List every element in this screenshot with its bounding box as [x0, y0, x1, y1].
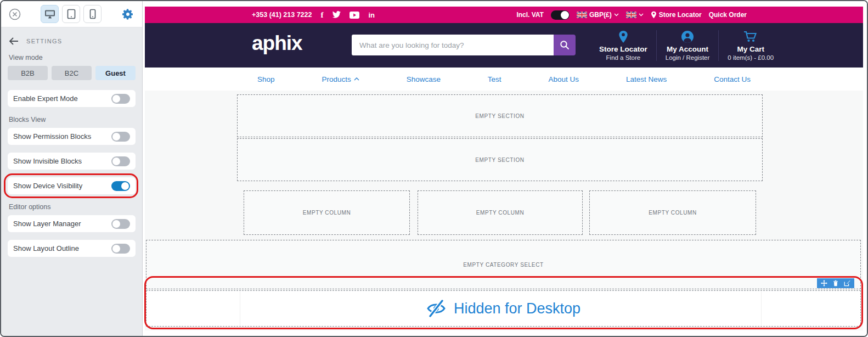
- gear-icon[interactable]: [121, 8, 134, 21]
- site-topbar: +353 (41) 213 7222 f in Incl. VAT GBP(£): [145, 7, 863, 23]
- language-selector[interactable]: [626, 12, 644, 18]
- sidebar-toolbar: [1, 1, 142, 27]
- phone-number[interactable]: +353 (41) 213 7222: [252, 11, 312, 19]
- settings-sidebar: SETTINGS View mode B2B B2C Guest Enable …: [1, 1, 143, 336]
- device-tablet-button[interactable]: [62, 5, 80, 23]
- settings-header: SETTINGS: [9, 37, 134, 45]
- incl-vat-label: Incl. VAT: [516, 11, 544, 19]
- nav-item-shop[interactable]: Shop: [257, 75, 275, 83]
- chevron-down-icon: [614, 13, 619, 16]
- aphix-logo[interactable]: aphix: [252, 32, 302, 55]
- empty-column-block[interactable]: EMPTY COLUMN: [589, 190, 756, 235]
- search-icon: [560, 40, 570, 50]
- page-builder-content: EMPTY SECTION EMPTY SECTION EMPTY COLUMN…: [145, 91, 863, 330]
- view-mode-b2b-button[interactable]: B2B: [8, 66, 48, 80]
- nav-item-showcase[interactable]: Showcase: [407, 75, 441, 83]
- layout-outline-label: Show Layout Outline: [13, 244, 79, 252]
- invisible-blocks-toggle[interactable]: [111, 156, 130, 166]
- back-arrow-icon[interactable]: [9, 37, 19, 45]
- expert-mode-row: Enable Expert Mode: [8, 90, 136, 107]
- expert-mode-label: Enable Expert Mode: [13, 94, 78, 103]
- map-pin-icon: [651, 11, 657, 19]
- close-icon[interactable]: [9, 8, 21, 20]
- site-preview-canvas: +353 (41) 213 7222 f in Incl. VAT GBP(£): [143, 1, 867, 336]
- my-cart-subtitle: 0 item(s) - £0.00: [728, 54, 774, 61]
- nav-item-latest-news[interactable]: Latest News: [626, 75, 667, 83]
- view-mode-label: View mode: [9, 54, 134, 61]
- empty-column-block[interactable]: EMPTY COLUMN: [418, 190, 583, 235]
- device-switcher: [41, 5, 102, 23]
- device-visibility-toggle[interactable]: [111, 181, 130, 191]
- topbar-contact-group: +353 (41) 213 7222 f in: [252, 7, 375, 23]
- tablet-icon: [67, 9, 76, 19]
- twitter-icon[interactable]: [332, 11, 341, 19]
- smartphone-icon: [89, 9, 96, 19]
- nav-item-contact-us[interactable]: Contact Us: [714, 75, 751, 83]
- blocks-view-section-label: Blocks View: [9, 116, 134, 123]
- store-locator-link-label: Store Locator: [659, 11, 702, 19]
- device-desktop-button[interactable]: [41, 5, 59, 23]
- search-input[interactable]: [352, 35, 554, 55]
- quick-order-label: Quick Order: [709, 11, 747, 19]
- hidden-for-desktop-label: Hidden for Desktop: [454, 300, 580, 317]
- view-mode-switcher: B2B B2C Guest: [8, 66, 136, 80]
- hidden-for-desktop-section: Hidden for Desktop: [145, 278, 862, 328]
- empty-section-block[interactable]: EMPTY SECTION: [237, 94, 763, 137]
- layer-manager-toggle[interactable]: [111, 219, 130, 229]
- search-button[interactable]: [554, 35, 576, 55]
- my-account-subtitle: Login / Register: [666, 54, 710, 61]
- uk-flag-icon: [577, 12, 587, 18]
- store-locator-subtitle: Find a Store: [599, 54, 647, 61]
- invisible-blocks-row: Show Invisible Blocks: [8, 153, 136, 170]
- invisible-blocks-label: Show Invisible Blocks: [13, 157, 82, 165]
- topbar-store-locator-link[interactable]: Store Locator: [651, 11, 702, 19]
- device-mobile-button[interactable]: [83, 5, 102, 23]
- topbar-utility-group: Incl. VAT GBP(£) Store: [516, 7, 747, 23]
- block-toolbar: [817, 278, 854, 288]
- site-header: aphix Store Locator Find a Store: [145, 23, 863, 68]
- layer-manager-label: Show Layer Manager: [13, 220, 81, 228]
- nav-item-test[interactable]: Test: [488, 75, 501, 83]
- linkedin-icon[interactable]: in: [368, 11, 375, 19]
- vat-toggle[interactable]: [551, 10, 570, 20]
- monitor-icon: [44, 9, 55, 19]
- nav-item-products[interactable]: Products: [322, 75, 359, 83]
- quick-order-link[interactable]: Quick Order: [709, 11, 747, 19]
- eye-slash-icon: [426, 300, 446, 317]
- layout-outline-row: Show Layout Outline: [8, 240, 136, 257]
- column-divider: [240, 291, 240, 325]
- permission-blocks-toggle[interactable]: [111, 132, 130, 142]
- layer-manager-row: Show Layer Manager: [8, 215, 136, 232]
- my-cart-title: My Cart: [728, 45, 774, 53]
- empty-section-block[interactable]: EMPTY SECTION: [237, 138, 763, 181]
- currency-selector[interactable]: GBP(£): [577, 11, 619, 19]
- search-bar: [352, 35, 576, 55]
- move-icon[interactable]: [821, 280, 827, 287]
- settings-title: SETTINGS: [26, 38, 62, 44]
- chevron-down-icon: [639, 13, 644, 16]
- my-account-title: My Account: [666, 45, 710, 53]
- view-mode-b2c-button[interactable]: B2C: [52, 66, 92, 80]
- trash-icon[interactable]: [832, 280, 839, 287]
- header-action-blocks: Store Locator Find a Store My Account Lo…: [590, 29, 858, 63]
- hidden-block-body[interactable]: Hidden for Desktop: [146, 290, 861, 327]
- store-locator-block[interactable]: Store Locator Find a Store: [590, 30, 656, 61]
- site-nav: Shop Products Showcase Test About Us Lat…: [145, 68, 863, 91]
- facebook-icon[interactable]: f: [320, 10, 323, 20]
- youtube-icon[interactable]: [350, 12, 359, 19]
- column-divider: [761, 291, 762, 325]
- currency-label: GBP(£): [589, 11, 612, 19]
- nav-item-about-us[interactable]: About Us: [549, 75, 579, 83]
- empty-column-block[interactable]: EMPTY COLUMN: [244, 190, 410, 235]
- permission-blocks-row: Show Permission Blocks: [8, 128, 136, 145]
- layout-outline-toggle[interactable]: [111, 244, 130, 254]
- my-cart-block[interactable]: My Cart 0 item(s) - £0.00: [719, 30, 782, 61]
- editor-options-section-label: Editor options: [9, 203, 134, 211]
- my-account-block[interactable]: My Account Login / Register: [657, 30, 719, 61]
- expert-mode-toggle[interactable]: [111, 94, 130, 104]
- edit-icon[interactable]: [844, 280, 850, 287]
- view-mode-guest-button[interactable]: Guest: [95, 66, 136, 80]
- chevron-up-icon: [354, 77, 359, 81]
- device-visibility-row: Show Device Visibility: [8, 177, 136, 194]
- cart-icon: [728, 30, 774, 43]
